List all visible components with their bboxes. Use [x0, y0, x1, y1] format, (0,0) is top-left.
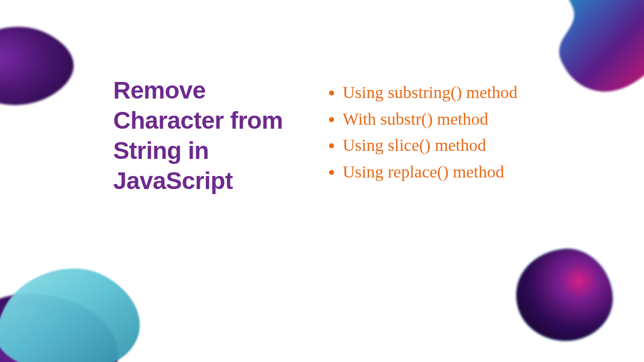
- list-item: With substr() method: [343, 106, 604, 133]
- page-title: Remove Character from String in JavaScri…: [113, 75, 304, 196]
- decorative-blob-bottom-left-front: [0, 246, 171, 362]
- title-block: Remove Character from String in JavaScri…: [113, 75, 304, 196]
- list-item: Using substring() method: [343, 79, 604, 106]
- slide: Remove Character from String in JavaScri…: [0, 0, 644, 362]
- list-item: Using slice() method: [343, 132, 604, 159]
- decorative-blob-top-left: [0, 20, 96, 111]
- decorative-blob-bottom-right: [513, 246, 614, 342]
- methods-list: Using substring() method With substr() m…: [325, 79, 604, 186]
- content-row: Remove Character from String in JavaScri…: [113, 75, 604, 196]
- list-item: Using replace() method: [343, 159, 604, 186]
- methods-list-block: Using substring() method With substr() m…: [325, 75, 604, 196]
